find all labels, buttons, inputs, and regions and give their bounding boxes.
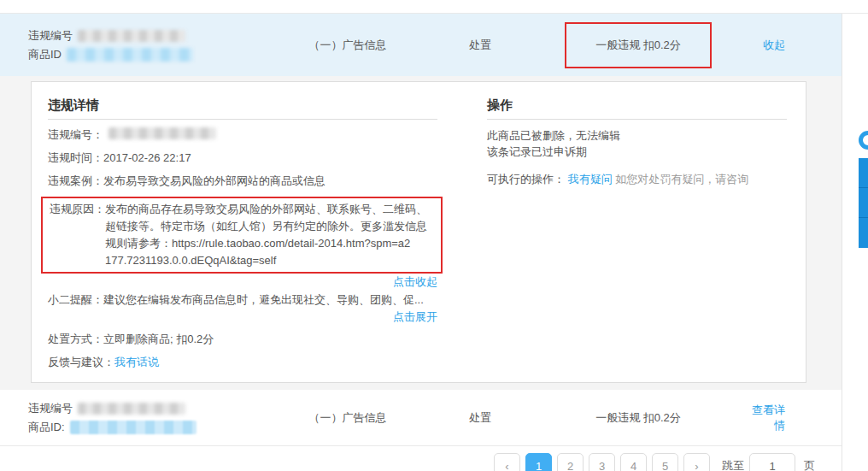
violation-no-label: 违规编号 — [28, 399, 73, 418]
violation-case-label: 违规案例： — [48, 174, 103, 189]
pagination-bar: ‹ 1 2 3 4 5 › 跳至 页 — [0, 453, 842, 471]
penalty-column: 一般违规 扣0.2分 — [531, 22, 745, 68]
floating-widget-segment[interactable] — [859, 218, 868, 248]
record-id-column: 违规编号 商品ID — [0, 26, 267, 64]
product-id-label: 商品ID — [28, 45, 62, 64]
floating-widget-icon[interactable] — [859, 131, 868, 150]
violation-record-header-collapsed: 违规编号 商品ID: （一）广告信息 处置 一般违规 扣0.2分 查看详情 — [0, 390, 842, 446]
violation-category: （一）广告信息 — [267, 410, 429, 426]
record-action-column: 收起 — [745, 38, 842, 53]
feedback-label: 反馈与建议： — [48, 355, 114, 370]
violation-records-card: 违规编号 商品ID （一）广告信息 处置 一般违规 扣0.2分 收起 违规详情 — [0, 14, 842, 471]
product-id-label: 商品ID: — [28, 418, 65, 437]
floating-widget-segment[interactable] — [859, 158, 868, 188]
page-suffix-label: 页 — [804, 458, 815, 471]
penalty-highlight-box: 一般违规 扣0.2分 — [565, 22, 712, 68]
product-id-redacted-value — [70, 421, 196, 434]
record-expanded-body: 违规详情 违规编号： 违规时间： 2017-02-26 22:17 违规案例： … — [0, 76, 842, 390]
penalty-column: 一般违规 扣0.2分 — [531, 410, 745, 426]
record-id-column: 违规编号 商品ID: — [0, 399, 267, 437]
executable-actions-label: 可执行的操作： — [487, 173, 565, 185]
reason-line: 177.7231193.0.0.dEQqAI&tag=self — [105, 252, 427, 269]
operation-panel-title: 操作 — [487, 97, 787, 114]
floating-widget-segment[interactable] — [859, 188, 868, 218]
reason-line: 发布的商品存在易导致交易风险的外部网站、联系账号、二维码、 — [105, 201, 427, 218]
reason-line: 超链接等。特定市场（如红人馆）另有约定的除外。更多滥发信息 — [105, 218, 427, 235]
floating-sidebar-widget[interactable] — [859, 158, 868, 248]
violation-category: （一）广告信息 — [267, 38, 429, 53]
pagination-next-button[interactable]: › — [683, 453, 710, 471]
violation-no-redacted-value — [78, 403, 185, 415]
pagination-page-5[interactable]: 5 — [652, 453, 678, 471]
dispose-column-label: 处置 — [429, 410, 531, 426]
view-details-link[interactable]: 查看详情 — [752, 403, 785, 432]
product-id-redacted-value — [67, 48, 193, 62]
violation-no-label: 违规编号 — [28, 26, 73, 45]
violation-detail-panel: 违规详情 违规编号： 违规时间： 2017-02-26 22:17 违规案例： … — [31, 81, 806, 383]
violation-reason-text: 发布的商品存在易导致交易风险的外部网站、联系账号、二维码、 超链接等。特定市场（… — [105, 201, 427, 269]
top-bar — [0, 0, 868, 14]
reason-line: 规则请参考：https://rule.taobao.com/detail-201… — [105, 235, 427, 252]
jump-to-page-label: 跳至 — [722, 458, 744, 471]
reason-highlight-box: 违规原因： 发布的商品存在易导致交易风险的外部网站、联系账号、二维码、 超链接等… — [41, 197, 443, 274]
disposal-method-label: 处置方式： — [48, 332, 103, 347]
violation-record-header-expanded: 违规编号 商品ID （一）广告信息 处置 一般违规 扣0.2分 收起 — [0, 14, 842, 76]
violation-no-redacted-value — [78, 30, 185, 42]
feedback-link[interactable]: 我有话说 — [114, 355, 159, 370]
penalty-text: 一般违规 扣0.2分 — [595, 38, 681, 53]
disposal-method-value: 立即删除商品; 扣0.2分 — [103, 332, 214, 347]
question-hint-text: 如您对处罚有疑问，请咨询 — [615, 173, 748, 185]
jump-to-page-input[interactable] — [749, 453, 795, 471]
collapse-record-link[interactable]: 收起 — [763, 38, 785, 51]
reminder-label: 小二提醒： — [48, 292, 103, 308]
detail-violation-no-redacted — [108, 127, 216, 139]
violation-time-label: 违规时间： — [48, 150, 103, 166]
violation-case-value: 发布易导致交易风险的外部网站的商品或信息 — [103, 174, 326, 189]
record-action-column: 查看详情 — [745, 403, 842, 433]
detail-violation-no-label: 违规编号： — [48, 127, 103, 143]
pagination-prev-button[interactable]: ‹ — [494, 453, 520, 471]
violation-time-value: 2017-02-26 22:17 — [103, 150, 191, 166]
operation-status-line2: 该条记录已过申诉期 — [487, 144, 787, 160]
pagination-page-3[interactable]: 3 — [589, 453, 615, 471]
title-divider — [487, 119, 787, 120]
violation-reason-label: 违规原因： — [43, 201, 105, 269]
penalty-text: 一般违规 扣0.2分 — [595, 410, 681, 426]
reminder-text: 建议您在编辑发布商品信息时，避免出现社交、导购、团购、促... — [103, 292, 424, 308]
operation-column: 操作 此商品已被删除，无法编辑 该条记录已过申诉期 可执行的操作： 我有疑问 如… — [487, 97, 787, 375]
i-have-question-link[interactable]: 我有疑问 — [568, 173, 613, 185]
title-divider — [48, 119, 437, 120]
pagination-page-2[interactable]: 2 — [557, 453, 584, 471]
dispose-column-label: 处置 — [429, 38, 531, 53]
expand-reminder-link[interactable]: 点击展开 — [393, 310, 437, 323]
pagination-page-4[interactable]: 4 — [620, 453, 647, 471]
pagination-page-1[interactable]: 1 — [525, 453, 552, 471]
operation-status-line1: 此商品已被删除，无法编辑 — [487, 127, 787, 144]
collapse-reason-link[interactable]: 点击收起 — [393, 275, 437, 288]
detail-panel-title: 违规详情 — [48, 97, 437, 114]
violation-detail-column: 违规详情 违规编号： 违规时间： 2017-02-26 22:17 违规案例： … — [48, 97, 437, 375]
